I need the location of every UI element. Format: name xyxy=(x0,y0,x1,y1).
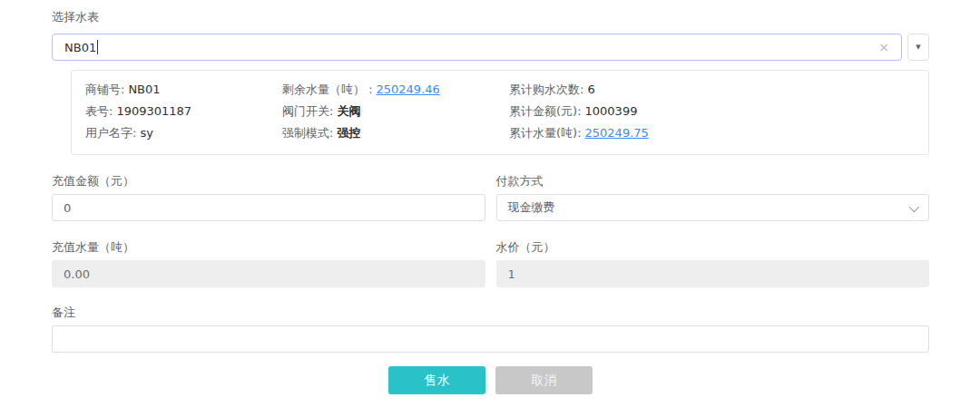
payment-method-value: 现金缴费 xyxy=(508,199,555,216)
recharge-water-label: 充值水量（吨） xyxy=(52,239,485,256)
recharge-amount-input[interactable] xyxy=(52,194,485,221)
sell-water-button[interactable]: 售水 xyxy=(388,366,485,394)
form-row-2: 充值水量（吨） 水价（元） xyxy=(52,239,929,287)
remaining-water-link[interactable]: 250249.46 xyxy=(377,82,440,96)
remark-label: 备注 xyxy=(52,305,929,321)
water-price-label: 水价（元） xyxy=(496,239,930,256)
water-price-input xyxy=(496,260,930,287)
recharge-water-item: 充值水量（吨） xyxy=(52,239,485,287)
info-user-name: 用户名字:sy xyxy=(85,122,282,144)
caret-down-icon: ▼ xyxy=(916,44,920,51)
sell-water-form: 选择水表 NB01 × ▼ 商铺号:NB01 剩余水量（吨） :250249.4… xyxy=(0,0,980,394)
meter-select-input[interactable]: NB01 × xyxy=(52,34,902,61)
meter-select-label: 选择水表 xyxy=(52,9,929,25)
text-cursor xyxy=(97,40,98,54)
recharge-water-input xyxy=(52,260,485,287)
form-row-1: 充值金额（元） 付款方式 现金缴费 xyxy=(52,173,929,221)
chevron-down-icon xyxy=(909,202,919,212)
payment-method-select[interactable]: 现金缴费 xyxy=(496,194,930,221)
cancel-button[interactable]: 取消 xyxy=(495,366,593,394)
recharge-amount-item: 充值金额（元） xyxy=(52,173,485,221)
meter-select-value: NB01 xyxy=(64,41,96,54)
info-force-mode: 强制模式:强控 xyxy=(282,122,509,144)
payment-method-item: 付款方式 现金缴费 xyxy=(496,173,930,221)
action-buttons: 售水 取消 xyxy=(52,366,929,394)
info-valve-state: 阀门开关:关阀 xyxy=(282,101,509,122)
total-water-link[interactable]: 250249.75 xyxy=(585,126,649,140)
payment-method-label: 付款方式 xyxy=(496,173,930,189)
meter-select-row: NB01 × ▼ xyxy=(52,34,929,61)
info-purchase-count: 累计购水次数:6 xyxy=(509,79,915,101)
meter-info-panel: 商铺号:NB01 剩余水量（吨） :250249.46 累计购水次数:6 表号:… xyxy=(71,70,929,155)
remark-input[interactable] xyxy=(52,325,929,353)
info-shop-number: 商铺号:NB01 xyxy=(85,79,282,101)
info-meter-number: 表号:1909301187 xyxy=(85,101,282,122)
recharge-amount-label: 充值金额（元） xyxy=(52,173,485,189)
clear-icon[interactable]: × xyxy=(878,41,889,53)
info-remaining-water: 剩余水量（吨） :250249.46 xyxy=(282,79,509,101)
info-total-amount: 累计金额(元):1000399 xyxy=(509,101,915,122)
water-price-item: 水价（元） xyxy=(496,239,930,287)
info-total-water: 累计水量(吨):250249.75 xyxy=(509,122,915,144)
dropdown-toggle-button[interactable]: ▼ xyxy=(907,34,929,61)
remark-item: 备注 xyxy=(52,305,929,353)
